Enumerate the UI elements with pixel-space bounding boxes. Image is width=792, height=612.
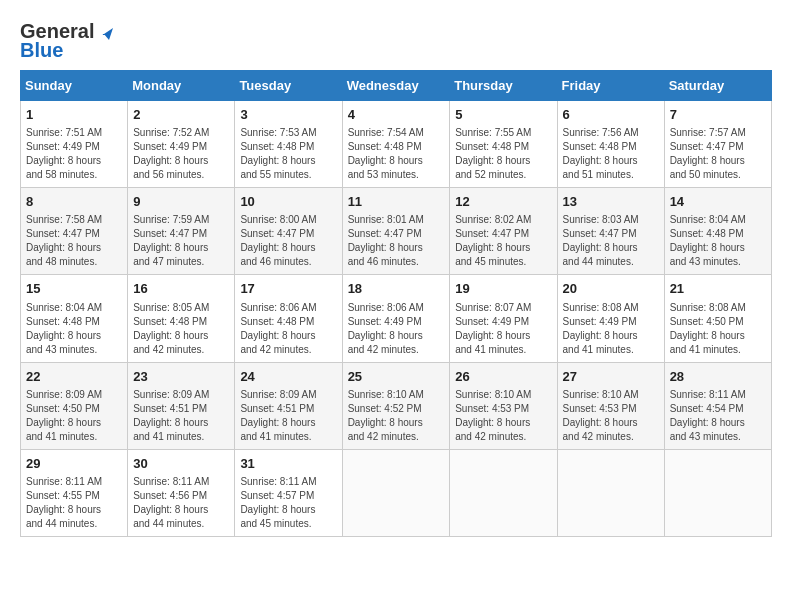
calendar-cell: 20Sunrise: 8:08 AM Sunset: 4:49 PM Dayli… — [557, 275, 664, 362]
day-number: 10 — [240, 193, 336, 211]
calendar-cell: 29Sunrise: 8:11 AM Sunset: 4:55 PM Dayli… — [21, 449, 128, 536]
day-info: Sunrise: 8:10 AM Sunset: 4:53 PM Dayligh… — [455, 388, 551, 444]
day-info: Sunrise: 8:09 AM Sunset: 4:51 PM Dayligh… — [133, 388, 229, 444]
day-number: 23 — [133, 368, 229, 386]
day-number: 27 — [563, 368, 659, 386]
header-row: SundayMondayTuesdayWednesdayThursdayFrid… — [21, 71, 772, 101]
calendar-cell: 17Sunrise: 8:06 AM Sunset: 4:48 PM Dayli… — [235, 275, 342, 362]
day-info: Sunrise: 8:08 AM Sunset: 4:50 PM Dayligh… — [670, 301, 766, 357]
day-info: Sunrise: 7:51 AM Sunset: 4:49 PM Dayligh… — [26, 126, 122, 182]
calendar-cell: 9Sunrise: 7:59 AM Sunset: 4:47 PM Daylig… — [128, 188, 235, 275]
day-number: 1 — [26, 106, 122, 124]
day-info: Sunrise: 8:06 AM Sunset: 4:48 PM Dayligh… — [240, 301, 336, 357]
day-info: Sunrise: 7:54 AM Sunset: 4:48 PM Dayligh… — [348, 126, 445, 182]
day-info: Sunrise: 8:06 AM Sunset: 4:49 PM Dayligh… — [348, 301, 445, 357]
day-number: 7 — [670, 106, 766, 124]
calendar-header: SundayMondayTuesdayWednesdayThursdayFrid… — [21, 71, 772, 101]
day-info: Sunrise: 7:53 AM Sunset: 4:48 PM Dayligh… — [240, 126, 336, 182]
logo-blue: Blue — [20, 39, 63, 62]
day-info: Sunrise: 8:00 AM Sunset: 4:47 PM Dayligh… — [240, 213, 336, 269]
calendar-cell: 8Sunrise: 7:58 AM Sunset: 4:47 PM Daylig… — [21, 188, 128, 275]
calendar-cell: 11Sunrise: 8:01 AM Sunset: 4:47 PM Dayli… — [342, 188, 450, 275]
logo-bird-icon — [95, 24, 113, 40]
day-info: Sunrise: 8:11 AM Sunset: 4:57 PM Dayligh… — [240, 475, 336, 531]
header-day-tuesday: Tuesday — [235, 71, 342, 101]
calendar-cell: 30Sunrise: 8:11 AM Sunset: 4:56 PM Dayli… — [128, 449, 235, 536]
day-number: 13 — [563, 193, 659, 211]
day-info: Sunrise: 8:03 AM Sunset: 4:47 PM Dayligh… — [563, 213, 659, 269]
calendar-cell: 31Sunrise: 8:11 AM Sunset: 4:57 PM Dayli… — [235, 449, 342, 536]
calendar-cell: 12Sunrise: 8:02 AM Sunset: 4:47 PM Dayli… — [450, 188, 557, 275]
day-info: Sunrise: 8:08 AM Sunset: 4:49 PM Dayligh… — [563, 301, 659, 357]
day-info: Sunrise: 8:09 AM Sunset: 4:50 PM Dayligh… — [26, 388, 122, 444]
svg-marker-0 — [95, 28, 113, 40]
day-number: 4 — [348, 106, 445, 124]
header-day-monday: Monday — [128, 71, 235, 101]
day-info: Sunrise: 8:11 AM Sunset: 4:55 PM Dayligh… — [26, 475, 122, 531]
calendar-cell: 5Sunrise: 7:55 AM Sunset: 4:48 PM Daylig… — [450, 101, 557, 188]
day-info: Sunrise: 7:59 AM Sunset: 4:47 PM Dayligh… — [133, 213, 229, 269]
day-number: 19 — [455, 280, 551, 298]
day-info: Sunrise: 8:07 AM Sunset: 4:49 PM Dayligh… — [455, 301, 551, 357]
calendar-week-2: 15Sunrise: 8:04 AM Sunset: 4:48 PM Dayli… — [21, 275, 772, 362]
calendar-cell: 6Sunrise: 7:56 AM Sunset: 4:48 PM Daylig… — [557, 101, 664, 188]
day-info: Sunrise: 8:10 AM Sunset: 4:52 PM Dayligh… — [348, 388, 445, 444]
day-number: 25 — [348, 368, 445, 386]
day-info: Sunrise: 7:56 AM Sunset: 4:48 PM Dayligh… — [563, 126, 659, 182]
day-info: Sunrise: 8:11 AM Sunset: 4:56 PM Dayligh… — [133, 475, 229, 531]
day-number: 6 — [563, 106, 659, 124]
header-day-thursday: Thursday — [450, 71, 557, 101]
calendar-week-4: 29Sunrise: 8:11 AM Sunset: 4:55 PM Dayli… — [21, 449, 772, 536]
calendar-cell: 16Sunrise: 8:05 AM Sunset: 4:48 PM Dayli… — [128, 275, 235, 362]
calendar-week-3: 22Sunrise: 8:09 AM Sunset: 4:50 PM Dayli… — [21, 362, 772, 449]
calendar-cell: 15Sunrise: 8:04 AM Sunset: 4:48 PM Dayli… — [21, 275, 128, 362]
calendar-cell: 24Sunrise: 8:09 AM Sunset: 4:51 PM Dayli… — [235, 362, 342, 449]
day-number: 30 — [133, 455, 229, 473]
day-info: Sunrise: 8:04 AM Sunset: 4:48 PM Dayligh… — [670, 213, 766, 269]
calendar-cell — [450, 449, 557, 536]
day-info: Sunrise: 7:57 AM Sunset: 4:47 PM Dayligh… — [670, 126, 766, 182]
day-info: Sunrise: 7:58 AM Sunset: 4:47 PM Dayligh… — [26, 213, 122, 269]
calendar-cell: 18Sunrise: 8:06 AM Sunset: 4:49 PM Dayli… — [342, 275, 450, 362]
day-number: 28 — [670, 368, 766, 386]
day-number: 12 — [455, 193, 551, 211]
calendar-cell: 14Sunrise: 8:04 AM Sunset: 4:48 PM Dayli… — [664, 188, 771, 275]
day-number: 9 — [133, 193, 229, 211]
day-number: 17 — [240, 280, 336, 298]
day-number: 21 — [670, 280, 766, 298]
calendar-cell — [664, 449, 771, 536]
calendar-cell: 4Sunrise: 7:54 AM Sunset: 4:48 PM Daylig… — [342, 101, 450, 188]
day-number: 31 — [240, 455, 336, 473]
calendar-cell: 10Sunrise: 8:00 AM Sunset: 4:47 PM Dayli… — [235, 188, 342, 275]
day-number: 16 — [133, 280, 229, 298]
calendar-cell: 26Sunrise: 8:10 AM Sunset: 4:53 PM Dayli… — [450, 362, 557, 449]
calendar-cell — [342, 449, 450, 536]
day-info: Sunrise: 8:11 AM Sunset: 4:54 PM Dayligh… — [670, 388, 766, 444]
day-info: Sunrise: 8:02 AM Sunset: 4:47 PM Dayligh… — [455, 213, 551, 269]
day-info: Sunrise: 8:10 AM Sunset: 4:53 PM Dayligh… — [563, 388, 659, 444]
header-day-sunday: Sunday — [21, 71, 128, 101]
header-day-friday: Friday — [557, 71, 664, 101]
day-number: 2 — [133, 106, 229, 124]
day-number: 15 — [26, 280, 122, 298]
day-number: 18 — [348, 280, 445, 298]
day-info: Sunrise: 8:05 AM Sunset: 4:48 PM Dayligh… — [133, 301, 229, 357]
day-number: 24 — [240, 368, 336, 386]
calendar-cell: 2Sunrise: 7:52 AM Sunset: 4:49 PM Daylig… — [128, 101, 235, 188]
day-number: 26 — [455, 368, 551, 386]
day-info: Sunrise: 8:09 AM Sunset: 4:51 PM Dayligh… — [240, 388, 336, 444]
calendar-cell: 25Sunrise: 8:10 AM Sunset: 4:52 PM Dayli… — [342, 362, 450, 449]
day-number: 20 — [563, 280, 659, 298]
calendar-cell: 13Sunrise: 8:03 AM Sunset: 4:47 PM Dayli… — [557, 188, 664, 275]
calendar-cell: 3Sunrise: 7:53 AM Sunset: 4:48 PM Daylig… — [235, 101, 342, 188]
day-info: Sunrise: 7:52 AM Sunset: 4:49 PM Dayligh… — [133, 126, 229, 182]
day-info: Sunrise: 7:55 AM Sunset: 4:48 PM Dayligh… — [455, 126, 551, 182]
calendar-cell: 22Sunrise: 8:09 AM Sunset: 4:50 PM Dayli… — [21, 362, 128, 449]
calendar-cell: 21Sunrise: 8:08 AM Sunset: 4:50 PM Dayli… — [664, 275, 771, 362]
day-number: 8 — [26, 193, 122, 211]
page-header: General Blue — [20, 20, 772, 62]
day-number: 3 — [240, 106, 336, 124]
day-info: Sunrise: 8:04 AM Sunset: 4:48 PM Dayligh… — [26, 301, 122, 357]
calendar-cell: 27Sunrise: 8:10 AM Sunset: 4:53 PM Dayli… — [557, 362, 664, 449]
header-day-saturday: Saturday — [664, 71, 771, 101]
